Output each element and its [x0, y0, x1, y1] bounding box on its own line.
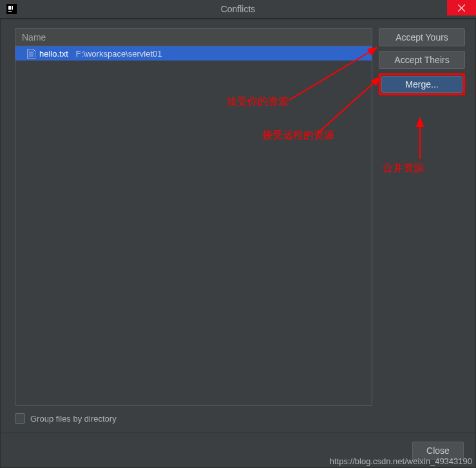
list-body[interactable]: hello.txt F:\workspace\servlet01	[15, 46, 372, 405]
list-header-name[interactable]: Name	[15, 29, 372, 46]
merge-highlight-box: Merge...	[379, 73, 465, 95]
svg-rect-1	[8, 6, 11, 10]
group-checkbox-row[interactable]: Group files by directory	[15, 413, 372, 424]
close-icon	[458, 5, 465, 12]
file-icon	[27, 49, 35, 59]
close-button[interactable]: Close	[412, 442, 464, 460]
group-checkbox-label: Group files by directory	[30, 414, 117, 424]
merge-button[interactable]: Merge...	[381, 76, 462, 93]
conflict-list: Name hello.txt F:\workspace\servlet01	[15, 28, 372, 406]
content-area: Name hello.txt F:\workspace\servlet01	[1, 19, 475, 433]
file-name: hello.txt	[39, 49, 68, 59]
app-icon	[6, 4, 17, 14]
svg-rect-3	[8, 11, 12, 12]
window-close-button[interactable]	[447, 0, 476, 15]
accept-theirs-button[interactable]: Accept Theirs	[379, 51, 465, 69]
svg-rect-2	[12, 6, 13, 10]
list-item[interactable]: hello.txt F:\workspace\servlet01	[15, 46, 372, 61]
action-buttons: Accept Yours Accept Theirs Merge...	[379, 28, 465, 424]
titlebar: Conflicts	[0, 0, 476, 19]
group-checkbox[interactable]	[15, 413, 25, 424]
window-body: Name hello.txt F:\workspace\servlet01	[0, 19, 476, 468]
window-title: Conflicts	[221, 4, 256, 14]
footer: Close	[1, 433, 475, 467]
file-path: F:\workspace\servlet01	[76, 49, 162, 59]
list-panel: Name hello.txt F:\workspace\servlet01	[15, 28, 372, 424]
accept-yours-button[interactable]: Accept Yours	[379, 28, 465, 46]
